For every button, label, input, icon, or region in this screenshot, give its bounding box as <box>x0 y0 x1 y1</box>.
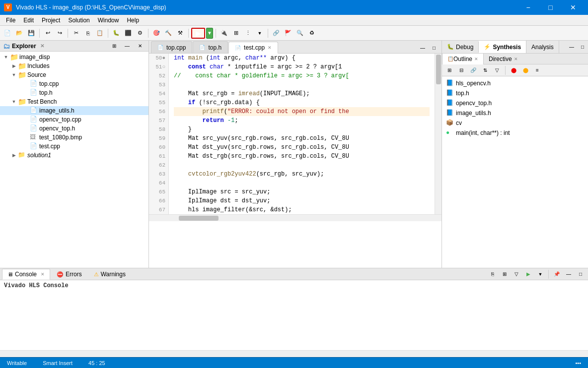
tab-debug[interactable]: 🐛 Debug <box>442 42 479 53</box>
explorer-close[interactable]: ✕ <box>135 41 146 52</box>
tab-outline[interactable]: 📋 Outline ✕ <box>442 54 484 64</box>
outline-collapse-all[interactable]: ⊟ <box>456 65 467 76</box>
toolbar-grid[interactable]: ⊞ <box>230 28 241 39</box>
tab-top-h[interactable]: 📄 top.h <box>193 41 228 53</box>
outline-link-editor[interactable]: 🔗 <box>468 65 479 76</box>
outline-sort[interactable]: ⇅ <box>480 65 491 76</box>
tree-file-test-bmp[interactable]: 🖼 test_1080p.bmp <box>0 133 148 142</box>
maximize-button[interactable]: □ <box>539 0 562 15</box>
line-num: 53 <box>152 80 165 89</box>
outline-item-hls-opencv[interactable]: 📘 hls_opencv.h <box>444 78 586 88</box>
explorer-expand[interactable]: ⊞ <box>109 41 120 52</box>
toolbar-stop[interactable]: ⬛ <box>123 28 134 39</box>
menu-window[interactable]: Window <box>94 15 123 26</box>
toolbar-cut[interactable]: ✂ <box>71 28 81 39</box>
tree-source[interactable]: ▼ 📁 Source <box>0 70 148 79</box>
console-pin[interactable]: 📌 <box>551 269 562 280</box>
toolbar-debug[interactable]: 🐛 <box>111 28 122 39</box>
horizontal-scrollbar[interactable] <box>149 214 441 221</box>
toolbar-refresh[interactable]: ♻ <box>306 28 317 39</box>
tree-file-label: image_utils.h <box>39 107 74 114</box>
toolbar-settings[interactable]: ⚙ <box>135 28 146 39</box>
tree-file-opencv-top-cpp[interactable]: 📄 opencv_top.cpp <box>0 115 148 124</box>
right-panel-max[interactable]: □ <box>577 42 588 53</box>
scroll-thumb <box>436 55 441 84</box>
bottom-horizontal-scrollbar[interactable] <box>0 350 588 357</box>
tab-directive[interactable]: Directive ✕ <box>484 54 523 64</box>
toolbar-flag[interactable]: 🚩 <box>283 28 294 39</box>
tree-root[interactable]: ▼ 📁 image_disp <box>0 53 148 61</box>
right-panel-min[interactable]: — <box>566 42 577 53</box>
code-lines[interactable]: int main (int argc, char** argv) { const… <box>169 54 435 214</box>
console-minimize[interactable]: — <box>563 269 574 280</box>
toolbar-columns[interactable]: ⋮ <box>242 28 253 39</box>
tree-testbench[interactable]: ▼ 📁 Test Bench <box>0 97 148 106</box>
toolbar-undo[interactable]: ↩ <box>42 28 53 39</box>
tab-maximize[interactable]: □ <box>429 42 440 53</box>
tree-file-image-utils[interactable]: 📄 image_utils.h <box>0 106 148 115</box>
console-dropdown[interactable]: ▼ <box>535 269 546 280</box>
tab-warnings[interactable]: ⚠ Warnings <box>88 269 131 280</box>
outline-orange-dot[interactable]: ⬤ <box>520 65 531 76</box>
toolbar-search2[interactable]: 🔍 <box>294 28 305 39</box>
menu-solution[interactable]: Solution <box>64 15 93 26</box>
toolbar-build-1[interactable]: 🔨 <box>163 28 174 39</box>
line-num: 59 <box>152 134 165 143</box>
console-maximize[interactable]: □ <box>575 269 586 280</box>
toolbar-target[interactable]: 🎯 <box>151 28 162 39</box>
explorer-collapse[interactable]: — <box>122 41 133 52</box>
run-button[interactable]: ▶ <box>191 28 205 39</box>
toolbar-redo[interactable]: ↪ <box>54 28 65 39</box>
toolbar-sep-7 <box>268 29 268 38</box>
tab-console[interactable]: 🖥 Console ✕ <box>2 269 50 280</box>
close-button[interactable]: ✕ <box>562 0 584 15</box>
outline-menu[interactable]: ≡ <box>532 65 543 76</box>
console-label: Console <box>15 271 37 278</box>
outline-item-main[interactable]: ● main(int, char**) : int <box>444 128 586 138</box>
tab-synthesis[interactable]: ⚡ Synthesis <box>479 41 526 53</box>
tree-file-opencv-top-h[interactable]: 📄 opencv_top.h <box>0 124 148 133</box>
console-area[interactable]: Vivado HLS Console <box>0 280 588 350</box>
tab-minimize[interactable]: — <box>417 42 428 53</box>
outline-ns-icon: 📦 <box>446 119 454 127</box>
tree-file-top-h[interactable]: 📄 top.h <box>0 88 148 97</box>
console-select-all[interactable]: ⊞ <box>499 269 510 280</box>
outline-item-label: top.h <box>456 90 469 97</box>
run-dropdown-button[interactable]: ▼ <box>206 28 213 39</box>
outline-filter[interactable]: ▽ <box>492 65 503 76</box>
outline-item-cv[interactable]: 📦 cv <box>444 118 586 128</box>
menu-file[interactable]: File <box>2 15 19 26</box>
console-copy[interactable]: ⎘ <box>487 269 498 280</box>
outline-item-image-utils-h[interactable]: 📘 image_utils.h <box>444 108 586 118</box>
toolbar-link[interactable]: 🔗 <box>271 28 282 39</box>
vertical-scrollbar[interactable] <box>435 54 441 214</box>
toolbar-paste[interactable]: 📋 <box>94 28 105 39</box>
outline-red-dot[interactable]: ⬤ <box>508 65 519 76</box>
tree-includes[interactable]: ▶ 📁 Includes <box>0 61 148 70</box>
tree-solution[interactable]: ▶ 📁 solution1 <box>0 151 148 160</box>
minimize-button[interactable]: − <box>517 0 539 15</box>
outline-item-top-h[interactable]: 📘 top.h <box>444 88 586 98</box>
tree-file-top-cpp[interactable]: 📄 top.cpp <box>0 79 148 88</box>
console-run[interactable]: ▶ <box>523 269 534 280</box>
tab-errors[interactable]: ⛔ Errors <box>51 269 87 280</box>
tab-test-cpp[interactable]: 📄 test.cpp ✕ <box>228 42 278 54</box>
menu-help[interactable]: Help <box>123 15 143 26</box>
toolbar-copy[interactable]: ⎘ <box>82 28 93 39</box>
outline-expand-all[interactable]: ⊞ <box>444 65 455 76</box>
right-panel-tabs: 🐛 Debug ⚡ Synthesis Analysis — □ <box>442 41 588 54</box>
menu-edit[interactable]: Edit <box>19 15 38 26</box>
toolbar-connect[interactable]: 🔌 <box>219 28 229 39</box>
toolbar-save[interactable]: 💾 <box>26 28 37 39</box>
toolbar-open[interactable]: 📂 <box>14 28 25 39</box>
tab-top-cpp[interactable]: 📄 top.cpp <box>151 41 192 53</box>
toolbar-dropdown2[interactable]: ▼ <box>254 28 265 39</box>
console-filter[interactable]: ▽ <box>511 269 522 280</box>
toolbar-new[interactable]: 📄 <box>2 28 13 39</box>
tab-analysis[interactable]: Analysis <box>526 41 559 53</box>
tree-file-test-cpp[interactable]: 📄 test.cpp <box>0 142 148 151</box>
toolbar-build-2[interactable]: ⚒ <box>175 28 186 39</box>
menu-project[interactable]: Project <box>38 15 64 26</box>
outline-item-opencv-top-h[interactable]: 📘 opencv_top.h <box>444 98 586 108</box>
code-editor[interactable]: 50● 51○ 52 53 54 55 56 57 58 59 60 61 62… <box>149 54 441 268</box>
